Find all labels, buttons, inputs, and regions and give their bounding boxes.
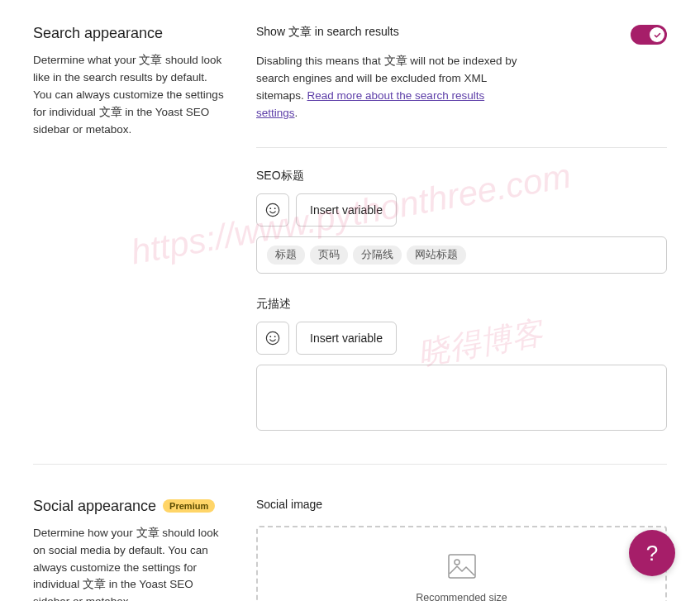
show-in-search-desc: Disabling this means that 文章 will not be… (256, 53, 529, 122)
social-image-label: Social image (256, 498, 667, 511)
check-icon (654, 31, 661, 39)
seo-title-editor[interactable]: 标题 页码 分隔线 网站标题 (256, 236, 667, 274)
svg-point-5 (274, 336, 276, 337)
svg-point-2 (274, 207, 276, 209)
seo-tag[interactable]: 网站标题 (407, 246, 466, 265)
svg-point-4 (269, 336, 271, 337)
insert-variable-button-seo[interactable]: Insert variable (296, 193, 397, 227)
social-image-dropzone[interactable]: Recommended size for this image is (256, 526, 667, 601)
seo-title-label: SEO标题 (256, 169, 667, 184)
meta-desc-editor[interactable] (256, 365, 667, 431)
smiley-icon (265, 331, 280, 346)
image-placeholder-icon (448, 554, 476, 579)
search-appearance-section: Search appearance Determine what your 文章… (33, 25, 667, 464)
search-appearance-title: Search appearance (33, 25, 227, 42)
help-button[interactable]: ? (629, 530, 675, 576)
social-appearance-section: Social appearance Premium Determine how … (33, 464, 667, 601)
premium-badge: Premium (163, 499, 215, 513)
seo-tag[interactable]: 分隔线 (353, 246, 402, 265)
svg-point-7 (455, 560, 460, 565)
svg-point-1 (269, 207, 271, 209)
emoji-button-meta[interactable] (256, 322, 289, 355)
show-in-search-toggle[interactable] (631, 25, 667, 45)
social-appearance-desc: Determine how your 文章 should look on soc… (33, 525, 227, 601)
show-in-search-label: Show 文章 in search results (256, 25, 399, 40)
social-appearance-title: Social appearance Premium (33, 498, 227, 515)
meta-desc-label: 元描述 (256, 297, 667, 312)
search-appearance-desc: Determine what your 文章 should look like … (33, 52, 227, 139)
seo-tag[interactable]: 标题 (267, 246, 305, 265)
smiley-icon (265, 203, 280, 217)
emoji-button-seo[interactable] (256, 193, 289, 227)
seo-tag[interactable]: 页码 (310, 246, 348, 265)
inner-divider (256, 147, 667, 148)
dropzone-text: Recommended size for this image is (416, 590, 507, 601)
svg-point-3 (266, 332, 279, 344)
svg-rect-6 (449, 555, 475, 578)
svg-point-0 (266, 203, 279, 216)
insert-variable-button-meta[interactable]: Insert variable (296, 322, 397, 355)
help-icon: ? (646, 541, 658, 566)
toggle-knob (650, 27, 664, 42)
